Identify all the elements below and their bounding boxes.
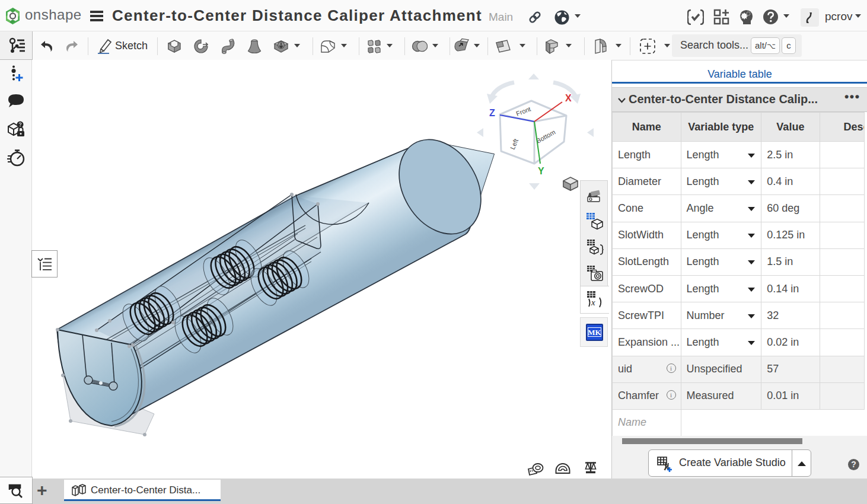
svg-text:Y: Y xyxy=(538,166,544,176)
svg-text:x: x xyxy=(591,298,595,307)
svg-text:Z: Z xyxy=(489,108,495,118)
svg-text:X: X xyxy=(565,93,572,103)
